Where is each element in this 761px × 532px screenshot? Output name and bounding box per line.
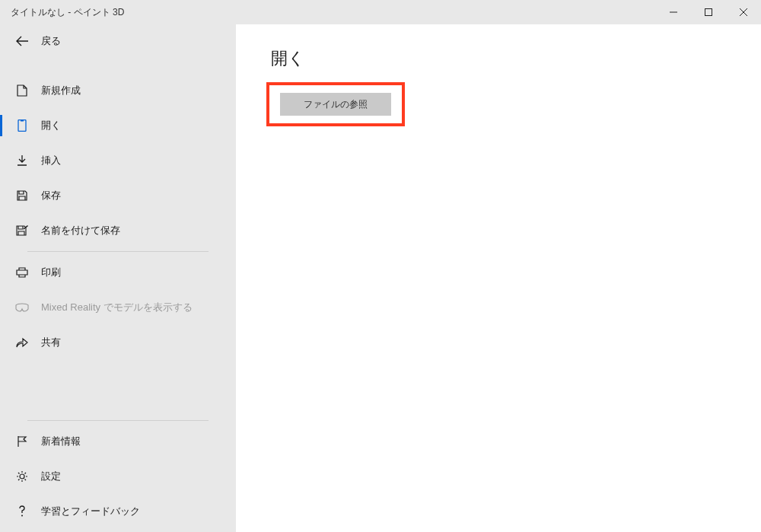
sidebar-item-label: Mixed Reality でモデルを表示する	[41, 301, 193, 314]
sidebar-item-label: 新規作成	[41, 84, 81, 97]
svg-rect-1	[18, 120, 26, 132]
open-icon	[15, 119, 29, 132]
close-icon	[740, 8, 747, 16]
gear-icon	[15, 470, 29, 483]
svg-rect-0	[705, 9, 712, 16]
sidebar-item-settings[interactable]: 設定	[0, 459, 236, 494]
window-title: タイトルなし - ペイント 3D	[11, 6, 124, 19]
mixed-reality-icon	[15, 303, 29, 312]
sidebar-item-label: 挿入	[41, 154, 61, 167]
flag-icon	[15, 435, 29, 448]
share-icon	[15, 337, 29, 348]
save-icon	[15, 190, 29, 201]
sidebar-item-help[interactable]: 学習とフィードバック	[0, 494, 236, 529]
sidebar-item-whatsnew[interactable]: 新着情報	[0, 424, 236, 459]
sidebar-item-label: 保存	[41, 189, 61, 202]
sidebar-item-save[interactable]: 保存	[0, 178, 236, 213]
svg-rect-2	[21, 120, 24, 122]
sidebar-item-label: 印刷	[41, 266, 61, 279]
svg-point-4	[21, 515, 23, 517]
back-label: 戻る	[41, 34, 61, 48]
minimize-icon	[670, 8, 677, 16]
browse-files-button[interactable]: ファイルの参照	[280, 93, 391, 116]
browse-files-label: ファイルの参照	[304, 98, 368, 111]
title-bar: タイトルなし - ペイント 3D	[0, 0, 761, 24]
save-as-icon	[15, 225, 29, 236]
sidebar-item-label: 開く	[41, 119, 61, 132]
new-file-icon	[15, 84, 29, 97]
sidebar-item-label: 名前を付けて保存	[41, 224, 120, 237]
sidebar-item-mixed-reality: Mixed Reality でモデルを表示する	[0, 290, 236, 325]
maximize-icon	[705, 8, 712, 16]
minimize-button[interactable]	[656, 0, 691, 24]
sidebar-item-save-as[interactable]: 名前を付けて保存	[0, 213, 236, 248]
svg-point-3	[20, 474, 24, 479]
divider	[27, 420, 209, 421]
layout: 戻る 新規作成 開く 挿入	[0, 24, 761, 532]
print-icon	[15, 267, 29, 278]
page-title: 開く	[271, 47, 731, 70]
maximize-button[interactable]	[691, 0, 726, 24]
sidebar: 戻る 新規作成 開く 挿入	[0, 24, 236, 532]
sidebar-item-label: 設定	[41, 470, 61, 483]
main-content: 開く ファイルの参照	[236, 24, 761, 532]
close-button[interactable]	[726, 0, 761, 24]
sidebar-item-print[interactable]: 印刷	[0, 255, 236, 290]
highlight-annotation: ファイルの参照	[266, 82, 405, 126]
menu: 新規作成 開く 挿入 保存	[0, 73, 236, 360]
divider	[27, 251, 209, 252]
back-button[interactable]: 戻る	[0, 24, 236, 58]
sidebar-item-label: 新着情報	[41, 435, 81, 448]
sidebar-item-new[interactable]: 新規作成	[0, 73, 236, 108]
sidebar-item-share[interactable]: 共有	[0, 325, 236, 360]
sidebar-bottom-group: 新着情報 設定 学習とフィードバック	[0, 417, 236, 529]
sidebar-item-open[interactable]: 開く	[0, 108, 236, 143]
back-arrow-icon	[15, 36, 29, 46]
sidebar-item-label: 共有	[41, 336, 61, 349]
sidebar-item-label: 学習とフィードバック	[41, 505, 140, 518]
help-icon	[15, 505, 29, 518]
insert-icon	[15, 155, 29, 167]
sidebar-item-insert[interactable]: 挿入	[0, 143, 236, 178]
